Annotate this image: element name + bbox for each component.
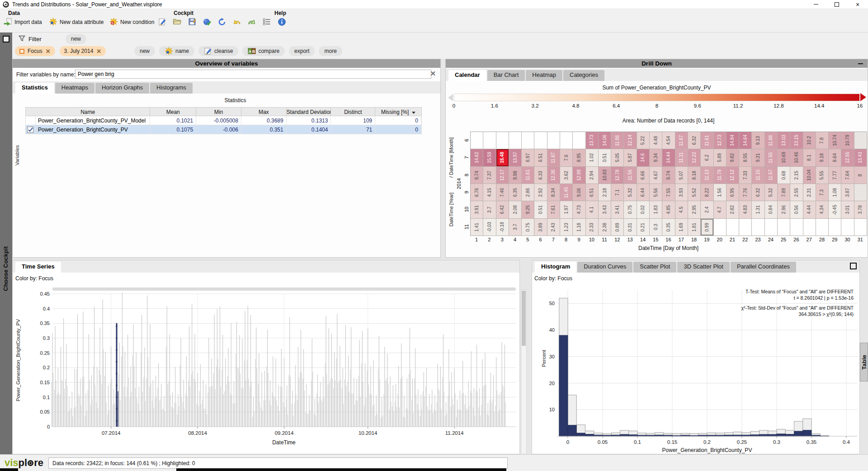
- action-compare-button[interactable]: ABcompare: [242, 46, 285, 56]
- calendar-cell[interactable]: 1.08: [829, 184, 841, 201]
- calendar-cell[interactable]: 5.52: [688, 184, 701, 201]
- calendar-cell[interactable]: 13.15: [790, 132, 803, 149]
- calendar-cell[interactable]: [573, 132, 585, 149]
- tab-statistics[interactable]: Statistics: [15, 83, 54, 94]
- calendar-cell[interactable]: [854, 132, 867, 149]
- calendar-cell[interactable]: 4.73: [573, 201, 585, 218]
- calendar-cell[interactable]: 1.56: [714, 184, 726, 201]
- calendar-cell[interactable]: 3.01: [841, 201, 854, 218]
- import-data-button[interactable]: Import data: [4, 16, 42, 28]
- action-new-button[interactable]: new: [134, 46, 155, 56]
- calendar-cell[interactable]: 9.34: [650, 149, 662, 166]
- calendar-cell[interactable]: 0.68: [778, 167, 790, 184]
- calendar-cell[interactable]: 13.73: [586, 132, 599, 149]
- action-more-button[interactable]: more: [319, 46, 342, 56]
- action-export-button[interactable]: export: [289, 46, 315, 56]
- undo-icon[interactable]: [231, 16, 243, 28]
- calendar-cell[interactable]: 6.97: [522, 149, 534, 166]
- calendar-cell[interactable]: 0.51: [599, 149, 611, 166]
- calendar-cell[interactable]: 7.76: [739, 184, 752, 201]
- calendar-cell[interactable]: 0.56: [790, 201, 803, 218]
- calendar-cell[interactable]: 2.18: [599, 184, 611, 201]
- calendar-cell[interactable]: 11.11: [675, 149, 688, 166]
- calendar-cell[interactable]: 0.75: [522, 219, 534, 236]
- calendar-cell[interactable]: 3.7: [509, 219, 522, 236]
- restore-button[interactable]: [826, 0, 847, 9]
- calendar-cell[interactable]: 3.41: [611, 201, 624, 218]
- calendar-cell[interactable]: 10.74: [829, 132, 841, 149]
- calendar-cell[interactable]: 12.22: [688, 149, 701, 166]
- calendar-cell[interactable]: 11.87: [547, 149, 560, 166]
- calendar-cell[interactable]: 10.46: [790, 149, 803, 166]
- calendar-cell[interactable]: 11.61: [701, 132, 713, 149]
- calendar-cell[interactable]: 2.38: [599, 219, 611, 236]
- calendar-cell[interactable]: 9.31: [752, 149, 764, 166]
- calendar-cell[interactable]: [829, 219, 841, 236]
- calendar-cell[interactable]: 13.03: [778, 132, 790, 149]
- calendar-cell[interactable]: 13.97: [509, 149, 522, 166]
- calendar-cell[interactable]: 7.37: [483, 167, 496, 184]
- calendar-cell[interactable]: [726, 219, 739, 236]
- calendar-cell[interactable]: [803, 219, 816, 236]
- calendar-cell[interactable]: 11.96: [611, 132, 624, 149]
- calendar-cell[interactable]: 1.69: [675, 219, 688, 236]
- calendar-cell[interactable]: 4.5: [675, 201, 688, 218]
- calendar-cell[interactable]: 0.89: [611, 219, 624, 236]
- calendar-cell[interactable]: 0.35: [662, 219, 675, 236]
- calendar-cell[interactable]: 2.82: [726, 201, 739, 218]
- calendar-cell[interactable]: 1.97: [560, 201, 573, 218]
- calendar-cell[interactable]: 0.02: [637, 201, 650, 218]
- calendar-cell[interactable]: 13.43: [854, 149, 867, 166]
- column-header-mean[interactable]: Mean: [150, 108, 196, 116]
- row-checkbox-cell[interactable]: [26, 125, 36, 134]
- column-header-max[interactable]: Max: [241, 108, 287, 116]
- calendar-cell[interactable]: 9.13: [752, 132, 764, 149]
- calendar-cell[interactable]: 6.51: [586, 184, 599, 201]
- calendar-cell[interactable]: 1.18: [573, 219, 585, 236]
- save-icon[interactable]: [186, 16, 198, 28]
- calendar-cell[interactable]: 10.69: [778, 149, 790, 166]
- calendar-cell[interactable]: 6.2: [701, 149, 713, 166]
- new-condition-button[interactable]: New condition: [109, 16, 154, 28]
- help-info-button[interactable]: [276, 17, 288, 28]
- calendar-cell[interactable]: 2.33: [586, 219, 599, 236]
- calendar-cell[interactable]: 11.56: [624, 167, 637, 184]
- calendar-cell[interactable]: 6.51: [534, 149, 547, 166]
- calendar-cell[interactable]: 7.33: [739, 167, 752, 184]
- calendar-cell[interactable]: 2.92: [534, 184, 547, 201]
- calendar-cell[interactable]: [547, 132, 560, 149]
- minimize-button[interactable]: [806, 0, 826, 9]
- calendar-cell[interactable]: 7.89: [778, 184, 790, 201]
- legend-gradient[interactable]: [454, 94, 860, 101]
- calendar-cell[interactable]: 5.32: [624, 184, 637, 201]
- calendar-cell[interactable]: 0.3: [650, 219, 662, 236]
- calendar-cell[interactable]: 4.48: [650, 132, 662, 149]
- calendar-cell[interactable]: 11.79: [714, 167, 726, 184]
- action-cleanse-button[interactable]: cleanse: [198, 46, 238, 56]
- calendar-cell[interactable]: 5.87: [624, 149, 637, 166]
- calendar-cell[interactable]: 6.95: [726, 184, 739, 201]
- calendar-cell[interactable]: 7.46: [496, 184, 509, 201]
- calendar-cell[interactable]: 8.18: [688, 167, 701, 184]
- calendar-cell[interactable]: 11.55: [765, 149, 778, 166]
- filter-chip-3-july-2014[interactable]: 3. July 2014✕: [60, 46, 106, 56]
- calendar-cell[interactable]: 7.55: [662, 184, 675, 201]
- calendar-cell[interactable]: 6.35: [509, 184, 522, 201]
- calendar-cell[interactable]: [471, 132, 483, 149]
- calendar-cell[interactable]: 14.62: [471, 149, 483, 166]
- row-checkbox-cell[interactable]: [26, 116, 36, 125]
- calendar-cell[interactable]: 9.25: [522, 201, 534, 218]
- calendar-cell[interactable]: [739, 219, 752, 236]
- calendar-cell[interactable]: 7.6: [560, 149, 573, 166]
- calendar-cell[interactable]: 4.34: [816, 201, 829, 218]
- clear-filter-icon[interactable]: ✕: [430, 70, 436, 77]
- calendar-cell[interactable]: 12.73: [714, 132, 726, 149]
- calendar-cell[interactable]: 3.43: [599, 201, 611, 218]
- calendar-cell[interactable]: 2.95: [688, 201, 701, 218]
- timeseries-chart[interactable]: 00.050.10.150.20.250.30.350.40.4507.2014…: [13, 260, 519, 454]
- calendar-cell[interactable]: 4.67: [650, 167, 662, 184]
- calendar-cell[interactable]: 14.06: [599, 132, 611, 149]
- calendar-cell[interactable]: 3.78: [854, 201, 867, 218]
- calendar-cell[interactable]: 6.33: [534, 167, 547, 184]
- calendar-cell[interactable]: 1.31: [752, 201, 764, 218]
